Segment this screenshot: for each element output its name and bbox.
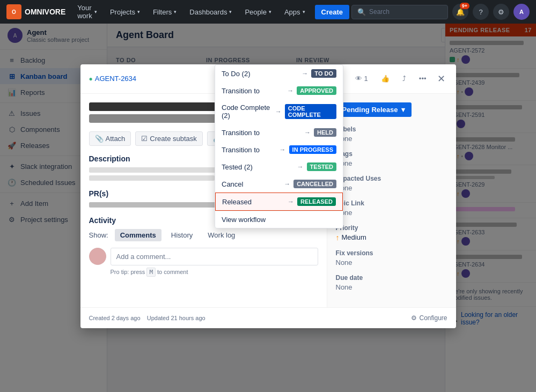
history-tab[interactable]: History [166, 229, 198, 241]
dropdown-right: → APPROVED [287, 86, 336, 95]
svg-text:O: O [12, 9, 16, 15]
status-badge-approved: APPROVED [297, 86, 336, 95]
status-label: Pending Release [342, 106, 398, 114]
notification-badge: 9+ [460, 3, 469, 9]
like-button[interactable]: 👍 [377, 72, 394, 85]
status-dropdown: To Do (2) → TO DO Transition to → APPROV… [215, 64, 343, 228]
arrow-icon: → [302, 70, 308, 77]
watch-button[interactable]: 👁 1 [351, 72, 372, 85]
arrow-icon: → [297, 163, 304, 171]
more-options-button[interactable]: ••• [415, 72, 431, 85]
nav-filters[interactable]: Filters ▾ [148, 5, 182, 19]
modal-right-panel: Pending Release ▾ Labels None Flags None… [327, 94, 456, 307]
dropdown-item-label: To Do (2) [222, 70, 250, 78]
arrow-icon: → [280, 146, 286, 153]
comment-hint: Pro tip: press M to comment [111, 269, 318, 276]
configure-button[interactable]: ⚙ Configure [411, 314, 447, 322]
attach-button[interactable]: 📎 Attach [89, 131, 131, 146]
share-icon: ⤴ [402, 75, 406, 83]
epic-value: None [336, 209, 447, 217]
field-duedate: Due date None [336, 274, 447, 291]
labels-value: None [336, 135, 447, 143]
issue-id: AGENT-2634 [95, 75, 136, 83]
view-workflow-label: View workflow [222, 216, 266, 224]
subtask-icon: ☑ [141, 135, 148, 143]
dropdown-item-todo[interactable]: To Do (2) → TO DO [215, 65, 343, 82]
nav-people[interactable]: People ▾ [239, 5, 276, 19]
description-bar-2 [89, 175, 215, 181]
status-badge-inprogress: IN PROGRESS [289, 145, 336, 154]
dropdown-right: → IN PROGRESS [280, 145, 336, 154]
field-fixversions: Fix versions None [336, 249, 447, 267]
nav-apps[interactable]: Apps ▾ [279, 5, 311, 19]
fixversions-label: Fix versions [336, 249, 447, 257]
nav-your-work[interactable]: Your work ▾ [72, 1, 102, 23]
labels-label: Labels [336, 125, 447, 133]
field-labels: Labels None [336, 125, 447, 143]
issue-type-icon: ● [89, 75, 93, 83]
modal-close-button[interactable]: ✕ [435, 71, 447, 87]
nav-right-actions: 🔍 Search 🔔 9+ ? ⚙ A [351, 4, 530, 20]
footer-timestamps: Created 2 days ago Updated 21 hours ago [89, 315, 205, 321]
settings-button[interactable]: ⚙ [493, 4, 509, 20]
app-logo[interactable]: O OMNIVORE [6, 4, 65, 19]
priority-label: Priority [336, 224, 447, 232]
arrow-icon: → [304, 129, 311, 136]
comment-input[interactable]: Add a comment... [111, 248, 318, 265]
help-button[interactable]: ? [473, 4, 489, 20]
dropdown-item-inprogress[interactable]: Transition to → IN PROGRESS [215, 141, 343, 158]
dropdown-item-label: Cancel [222, 180, 243, 188]
show-bar: Show: Comments History Work log [89, 229, 318, 241]
chevron-icon: ▾ [269, 9, 271, 14]
create-subtask-button[interactable]: ☑ Create subtask [135, 131, 202, 146]
user-avatar[interactable]: A [513, 4, 530, 20]
priority-value: ↑ Medium [336, 233, 447, 242]
dropdown-item-label: Transition to [222, 129, 260, 137]
search-bar[interactable]: 🔍 Search [351, 5, 448, 19]
thumbs-up-icon: 👍 [381, 75, 390, 83]
modal-footer: Created 2 days ago Updated 21 hours ago … [80, 307, 456, 328]
chevron-down-icon: ▾ [401, 106, 405, 114]
paperclip-icon: 📎 [95, 135, 104, 143]
dropdown-right: → TESTED [297, 162, 336, 171]
nav-dashboards[interactable]: Dashboards ▾ [184, 5, 237, 19]
dropdown-item-approved[interactable]: Transition to → APPROVED [215, 82, 343, 99]
show-label: Show: [89, 231, 108, 239]
dropdown-item-code-complete[interactable]: Code Complete (2) → CODE COMPLETE [215, 99, 343, 124]
share-button[interactable]: ⤴ [398, 72, 410, 85]
duedate-label: Due date [336, 274, 447, 282]
dropdown-right: → CANCELLED [284, 180, 336, 188]
status-button[interactable]: Pending Release ▾ [336, 102, 412, 117]
shortcut-key: M [146, 268, 156, 277]
eye-icon: 👁 [355, 75, 362, 83]
comment-area: Add a comment... [89, 248, 318, 265]
field-flags: Flags None [336, 150, 447, 167]
arrow-icon: → [288, 198, 294, 205]
dropdown-view-workflow[interactable]: View workflow [215, 211, 343, 228]
comments-tab[interactable]: Comments [115, 229, 161, 241]
issue-id-header: ● AGENT-2634 [89, 75, 137, 83]
dropdown-item-held[interactable]: Transition to → HELD [215, 124, 343, 141]
nav-projects[interactable]: Projects ▾ [105, 5, 145, 19]
commenter-avatar [89, 248, 106, 265]
status-badge-code-complete: CODE COMPLETE [285, 104, 336, 119]
top-navigation: O OMNIVORE Your work ▾ Projects ▾ Filter… [0, 0, 536, 24]
logo-icon: O [6, 4, 21, 19]
epic-label: Epic Link [336, 199, 447, 207]
chevron-icon: ▾ [137, 9, 140, 14]
field-impacted: Impacted Uses None [336, 175, 447, 192]
dropdown-item-label: Transition to [222, 87, 260, 95]
dropdown-item-label: Code Complete (2) [222, 103, 275, 120]
dropdown-right: → CODE COMPLETE [275, 104, 336, 119]
dropdown-item-tested[interactable]: Tested (2) → TESTED [215, 158, 343, 175]
dropdown-item-released[interactable]: Released → RELEASED [215, 193, 343, 211]
create-button[interactable]: Create [315, 5, 349, 19]
dropdown-right: → TO DO [302, 69, 336, 78]
notifications-button[interactable]: 🔔 9+ [452, 4, 468, 20]
dropdown-item-cancel[interactable]: Cancel → CANCELLED [215, 175, 343, 193]
status-badge-cancelled: CANCELLED [293, 180, 336, 188]
created-text: Created 2 days ago [89, 315, 141, 321]
worklog-tab[interactable]: Work log [202, 229, 240, 241]
chevron-icon: ▾ [174, 9, 177, 14]
status-badge-tested: TESTED [307, 162, 336, 171]
